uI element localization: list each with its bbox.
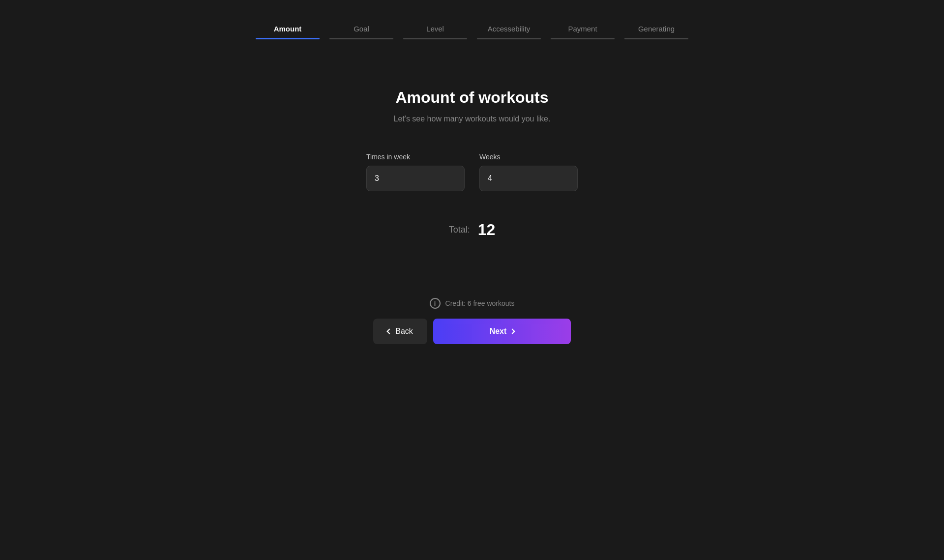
- step-amount[interactable]: Amount: [251, 25, 324, 39]
- chevron-right-icon: [510, 328, 515, 334]
- total-section: Total: 12: [449, 221, 496, 239]
- total-value: 12: [478, 221, 496, 239]
- next-button-label: Next: [490, 327, 507, 336]
- button-row: Back Next: [373, 319, 571, 344]
- info-icon: i: [430, 298, 441, 309]
- times-in-week-label: Times in week: [366, 153, 465, 161]
- step-payment-label: Payment: [568, 25, 597, 33]
- step-level-bar: [403, 38, 467, 39]
- back-button[interactable]: Back: [373, 319, 427, 344]
- step-generating-bar: [624, 38, 688, 39]
- input-row: Times in week Weeks: [366, 153, 578, 191]
- step-accessebility-label: Accessebility: [488, 25, 531, 33]
- times-in-week-input[interactable]: [366, 166, 465, 191]
- main-content: Amount of workouts Let's see how many wo…: [0, 88, 944, 344]
- step-generating-label: Generating: [638, 25, 675, 33]
- total-label: Total:: [449, 225, 470, 235]
- page-title: Amount of workouts: [395, 88, 548, 107]
- step-amount-bar: [256, 38, 320, 39]
- next-button[interactable]: Next: [433, 319, 571, 344]
- step-goal-bar: [329, 38, 393, 39]
- step-level[interactable]: Level: [398, 25, 472, 39]
- step-generating[interactable]: Generating: [620, 25, 693, 39]
- weeks-input[interactable]: [479, 166, 578, 191]
- chevron-left-icon: [387, 328, 392, 334]
- times-in-week-group: Times in week: [366, 153, 465, 191]
- steps-nav: Amount Goal Level Accessebility Payment …: [251, 25, 693, 39]
- credit-info: i Credit: 6 free workouts: [430, 298, 515, 309]
- step-goal-label: Goal: [354, 25, 369, 33]
- page-subtitle: Let's see how many workouts would you li…: [394, 115, 551, 123]
- step-goal[interactable]: Goal: [324, 25, 398, 39]
- step-amount-label: Amount: [274, 25, 302, 33]
- weeks-group: Weeks: [479, 153, 578, 191]
- credit-text: Credit: 6 free workouts: [445, 299, 515, 307]
- back-button-label: Back: [395, 327, 413, 336]
- step-payment-bar: [551, 38, 615, 39]
- weeks-label: Weeks: [479, 153, 578, 161]
- step-accessebility[interactable]: Accessebility: [472, 25, 546, 39]
- step-payment[interactable]: Payment: [546, 25, 620, 39]
- step-accessebility-bar: [477, 38, 541, 39]
- step-level-label: Level: [426, 25, 444, 33]
